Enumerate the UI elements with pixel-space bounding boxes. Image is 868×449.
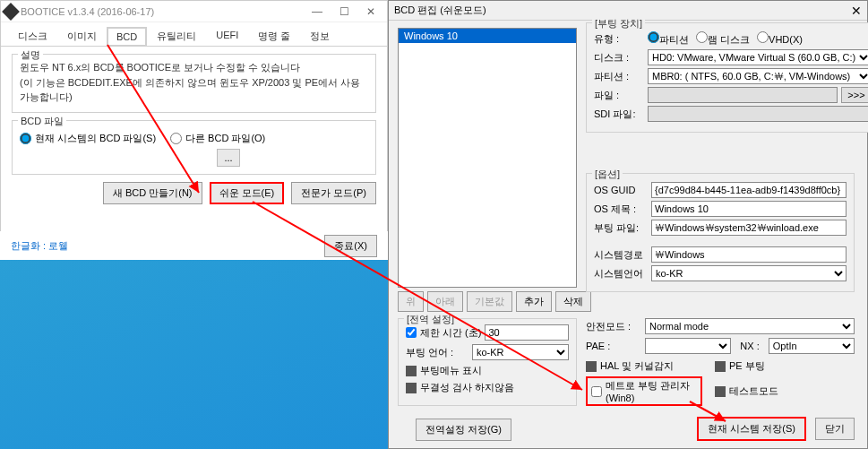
easy-mode-button[interactable]: 쉬운 모드(E): [210, 182, 285, 204]
pae-label: PAE :: [586, 341, 636, 351]
radio-ramdisk[interactable]: 램 디스크: [696, 31, 750, 47]
bootmenu-checkbox[interactable]: 부팅메뉴 표시: [406, 364, 569, 377]
guid-label: OS GUID: [594, 185, 648, 195]
description-line2: (이 기능은 BCDEDIT.EXE에 의존하지 않으며 윈도우 XP/2003…: [20, 75, 368, 105]
up-button[interactable]: 위: [398, 291, 424, 312]
system-path-label: 시스템경로: [594, 248, 648, 262]
radio-other-bcd[interactable]: 다른 BCD 파일(O): [170, 132, 265, 145]
tab-uefi[interactable]: UEFI: [206, 26, 248, 46]
down-button[interactable]: 아래: [427, 291, 463, 312]
safemode-label: 안전모드 :: [586, 320, 636, 333]
close-button[interactable]: 닫기: [815, 418, 855, 440]
global-label: [전역 설정]: [404, 313, 457, 326]
sdi-label: SDI 파일:: [594, 108, 644, 121]
description-group: 설명 윈도우 NT 6.x의 BCD를 BOOTICE로 보거나 수정할 수 있…: [12, 54, 376, 113]
description-label: 설명: [18, 48, 43, 62]
bottom-options: 안전모드 :Normal mode PAE : NX :OptIn HAL 및 …: [586, 318, 855, 406]
limit-input[interactable]: [485, 324, 569, 341]
maximize-button[interactable]: ☐: [331, 4, 357, 20]
partition-label: 파티션 :: [594, 70, 644, 83]
boot-lang-select[interactable]: ko-KR: [472, 344, 569, 360]
boot-device-label: [부팅 장치]: [592, 17, 645, 30]
hangul-credit-link[interactable]: 한글화 : 로웰: [11, 239, 68, 253]
bcd-file-group: BCD 파일 현재 시스템의 BCD 파일(S) 다른 BCD 파일(O) ..…: [12, 120, 376, 175]
delete-button[interactable]: 삭제: [555, 291, 591, 312]
tab-info[interactable]: 정보: [300, 26, 339, 46]
tab-bcd[interactable]: BCD: [107, 27, 147, 47]
system-lang-select[interactable]: ko-KR: [651, 265, 847, 281]
radio-vhd[interactable]: VHD(X): [757, 31, 803, 47]
metro-checkbox[interactable]: 메트로 부팅 관리자(Win8): [586, 376, 702, 406]
tab-image[interactable]: 이미지: [57, 26, 107, 46]
close-button[interactable]: ✕: [358, 4, 383, 20]
bootice-window: BOOTICE v1.3.4 (2016-06-17) — ☐ ✕ 디스크 이미…: [0, 0, 388, 260]
app-icon: [2, 3, 20, 21]
bcd-window-title: BCD 편집 (쉬운모드): [394, 4, 486, 17]
tab-cmdline[interactable]: 명령 줄: [248, 26, 300, 46]
save-current-button[interactable]: 현재 시스템 저장(S): [697, 417, 806, 441]
file-label: 파일 :: [594, 89, 644, 102]
pae-select[interactable]: [645, 338, 731, 354]
tab-disk[interactable]: 디스크: [8, 26, 57, 46]
os-listbox[interactable]: Windows 10: [398, 28, 577, 288]
os-list-item[interactable]: Windows 10: [399, 29, 576, 43]
file-input: [648, 87, 838, 103]
bcd-edit-window: BCD 편집 (쉬운모드) ✕ Windows 10 위 아래 기본값 추가 삭…: [388, 0, 868, 449]
pro-mode-button[interactable]: 전문가 모드(P): [291, 182, 376, 204]
disk-select[interactable]: HD0: VMware, VMware Virtual S (60.0 GB, …: [648, 49, 868, 65]
file-browse-button[interactable]: >>>: [841, 87, 868, 103]
exit-button[interactable]: 종료(X): [324, 235, 377, 257]
options-group: [옵션] OS GUID OS 제목 : 부팅 파일: 시스템경로 시스템언어k…: [586, 173, 855, 292]
save-global-button[interactable]: 전역설정 저장(G): [416, 419, 511, 441]
sdi-input: [648, 106, 868, 122]
system-lang-label: 시스템언어: [594, 267, 648, 281]
hal-checkbox[interactable]: HAL 및 커널감지: [586, 359, 702, 373]
minimize-button[interactable]: —: [305, 4, 330, 20]
window-title: BOOTICE v1.3.4 (2016-06-17): [21, 6, 154, 17]
boot-file-input[interactable]: [651, 220, 847, 236]
tab-utility[interactable]: 유틸리티: [147, 26, 206, 46]
options-label: [옵션]: [592, 168, 623, 181]
close-icon[interactable]: ✕: [851, 4, 862, 18]
desktop-background: [0, 260, 388, 449]
browse-button[interactable]: ...: [217, 149, 240, 167]
guid-input[interactable]: [651, 182, 847, 198]
integrity-checkbox[interactable]: 무결성 검사 하지않음: [406, 381, 569, 394]
nx-label: NX :: [740, 341, 759, 351]
limit-label: 제한 시간 (초): [420, 326, 481, 340]
nx-select[interactable]: OptIn: [769, 338, 855, 354]
type-label: 유형 :: [594, 32, 644, 46]
boot-lang-label: 부팅 언어 :: [406, 346, 468, 359]
disk-label: 디스크 :: [594, 51, 644, 65]
global-settings-group: [전역 설정] 제한 시간 (초) 부팅 언어 :ko-KR 부팅메뉴 표시 무…: [398, 318, 577, 406]
description-line1: 윈도우 NT 6.x의 BCD를 BOOTICE로 보거나 수정할 수 있습니다: [20, 60, 368, 75]
partition-select[interactable]: MBR0: ( NTFS, 60.0 GB, C:￦, VM-Windows): [648, 68, 868, 84]
radio-current-bcd[interactable]: 현재 시스템의 BCD 파일(S): [20, 132, 156, 145]
tab-bar: 디스크 이미지 BCD 유틸리티 UEFI 명령 줄 정보: [1, 22, 387, 47]
titlebar: BOOTICE v1.3.4 (2016-06-17) — ☐ ✕: [1, 1, 387, 22]
radio-partition[interactable]: 파티션: [648, 31, 689, 47]
boot-device-group: [부팅 장치] 유형 : 파티션 램 디스크 VHD(X) 디스크 :HD0: …: [586, 22, 868, 133]
system-path-input[interactable]: [651, 246, 847, 263]
footer-bar: 한글화 : 로웰 종료(X): [0, 231, 388, 260]
os-title-input[interactable]: [651, 201, 847, 217]
pe-checkbox[interactable]: PE 부팅: [715, 359, 831, 373]
bcd-file-label: BCD 파일: [18, 115, 66, 128]
new-bcd-button[interactable]: 새 BCD 만들기(N): [103, 182, 202, 204]
safemode-select[interactable]: Normal mode: [645, 318, 855, 334]
testmode-checkbox[interactable]: 테스트모드: [715, 376, 831, 406]
boot-file-label: 부팅 파일:: [594, 221, 648, 235]
os-title-label: OS 제목 :: [594, 203, 648, 216]
add-button[interactable]: 추가: [516, 291, 552, 312]
limit-checkbox[interactable]: [406, 327, 417, 338]
default-button[interactable]: 기본값: [467, 291, 512, 312]
